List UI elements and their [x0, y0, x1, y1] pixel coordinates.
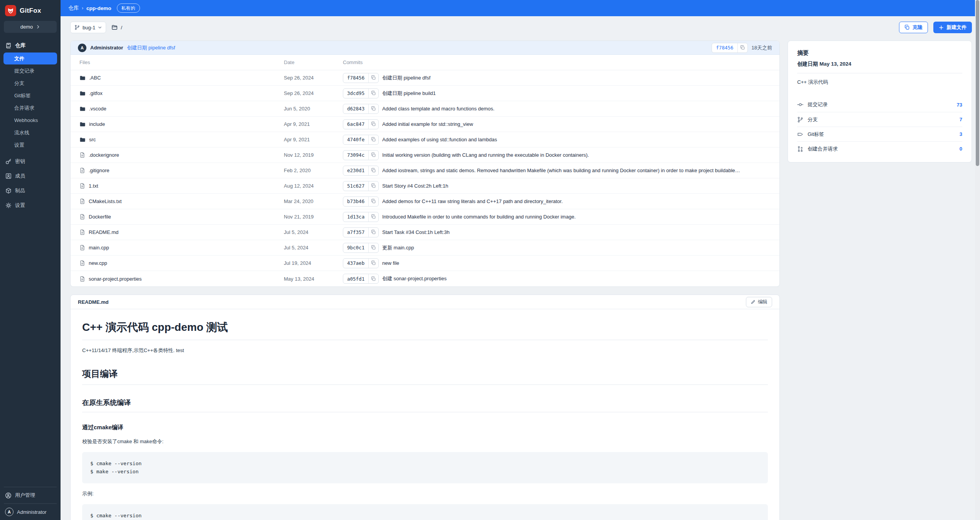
stat-value[interactable]: 0	[960, 146, 962, 152]
copy-hash-icon[interactable]	[368, 212, 378, 222]
gitfox-logo[interactable]: GitFox	[0, 0, 61, 16]
sidebar-subitem-3[interactable]: Git标签	[3, 90, 57, 102]
commit-message: Introduced Makefile in order to unite co…	[382, 214, 773, 220]
commit-hash-pill[interactable]: a7f357	[343, 227, 379, 237]
summary-stat-commit[interactable]: 提交记录 73	[797, 97, 962, 112]
pencil-icon	[751, 300, 756, 305]
commit-hash: 9bc0c1	[343, 245, 368, 251]
package-icon	[5, 188, 12, 194]
sidebar-subitem-files[interactable]: 文件	[3, 53, 57, 64]
readme-h3: 在原生系统编译	[82, 398, 768, 412]
copy-hash-icon[interactable]	[368, 228, 378, 237]
path-root[interactable]: /	[111, 24, 122, 30]
sidebar-item-user-management[interactable]: 用户管理	[0, 487, 61, 503]
breadcrumb-separator: ›	[82, 5, 83, 11]
file-row[interactable]: .dockerignore Nov 12, 2019 73094c Initia…	[71, 147, 779, 163]
commit-hash-pill[interactable]: 1d13ca	[343, 212, 379, 222]
copy-hash-icon[interactable]	[368, 120, 378, 129]
summary-stats: 提交记录 73 分支 7 Git标签 3 创建合并请求 0	[797, 97, 962, 156]
sidebar-item-key[interactable]: 密钥	[0, 154, 61, 169]
commit-hash-pill[interactable]: 437aeb	[343, 258, 379, 268]
commit-hash-pill[interactable]: d62843	[343, 104, 379, 114]
sidebar-subitem-2[interactable]: 分支	[3, 77, 57, 89]
edit-readme-button[interactable]: 编辑	[746, 297, 772, 307]
commit-icon	[797, 102, 803, 108]
commit-hash-pill[interactable]: 4740fe	[343, 135, 379, 145]
copy-hash-icon[interactable]	[368, 151, 378, 160]
sidebar-item-label: 制品	[15, 187, 25, 194]
commit-hash-pill[interactable]: 3dcd95	[343, 88, 379, 98]
copy-hash-icon[interactable]	[368, 89, 378, 98]
sidebar-item-members[interactable]: 成员	[0, 169, 61, 183]
current-user[interactable]: A Administrator	[0, 504, 61, 520]
commit-hash-pill[interactable]: 9bc0c1	[343, 243, 379, 253]
file-row[interactable]: include Apr 9, 2021 6ac847 Added initial…	[71, 117, 779, 132]
file-row[interactable]: main.cpp Jul 5, 2024 9bc0c1 更新 main.cpp	[71, 240, 779, 256]
summary-stat-branch[interactable]: 分支 7	[797, 112, 962, 127]
commit-hash-pill[interactable]: 6ac847	[343, 119, 379, 129]
commit-hash-pill[interactable]: a05fd1	[343, 274, 379, 284]
file-row[interactable]: .ABC Sep 26, 2024 f78456 创建日期 pipeline d…	[71, 70, 779, 86]
file-row[interactable]: sonar-project.properties May 13, 2024 a0…	[71, 271, 779, 286]
copy-hash-icon[interactable]	[368, 135, 378, 144]
commit-hash-pill[interactable]: f78456	[343, 73, 379, 83]
commit-hash-pill[interactable]: 51c627	[343, 181, 379, 191]
file-row[interactable]: .gitignore Feb 2, 2020 e230d1 Added iost…	[71, 163, 779, 178]
sidebar-subitem-4[interactable]: 合并请求	[3, 102, 57, 114]
sidebar-item-gear[interactable]: 设置	[0, 198, 61, 213]
commit-hash-pill[interactable]: e230d1	[343, 166, 379, 176]
sidebar-subitem-7[interactable]: 设置	[3, 139, 57, 151]
file-row[interactable]: .vscode Jun 5, 2020 d62843 Added class t…	[71, 101, 779, 117]
commit-hash: 73094c	[343, 152, 368, 158]
folder-icon	[79, 121, 86, 127]
sidebar-item-package[interactable]: 制品	[0, 183, 61, 198]
copy-hash-icon[interactable]	[368, 166, 378, 175]
sidebar-subitem-1[interactable]: 提交记录	[3, 65, 57, 77]
page-scrollbar	[975, 0, 980, 520]
clone-button[interactable]: 克隆	[899, 22, 928, 33]
copy-hash-icon[interactable]	[368, 259, 378, 268]
workspace-selector[interactable]: demo	[4, 21, 57, 33]
gear-icon	[5, 202, 12, 208]
copy-hash-icon[interactable]	[368, 104, 378, 113]
copy-hash-icon[interactable]	[368, 73, 378, 83]
copy-hash-icon[interactable]	[368, 243, 378, 252]
file-row[interactable]: .gitfox Sep 26, 2024 3dcd95 创建日期 pipelin…	[71, 86, 779, 101]
sidebar-subitem-5[interactable]: Webhooks	[3, 114, 57, 126]
commit-message: Added iostream, strings and static demos…	[382, 168, 773, 173]
copy-hash-icon[interactable]	[368, 181, 378, 191]
latest-commit-message-link[interactable]: 创建日期 pipeline dfsf	[127, 44, 175, 51]
sidebar-subitem-6[interactable]: 流水线	[3, 127, 57, 139]
commit-hash-pill[interactable]: 73094c	[343, 150, 379, 160]
copy-hash-icon[interactable]	[368, 197, 378, 206]
file-row[interactable]: CMakeLists.txt Mar 24, 2020 b73b46 Added…	[71, 194, 779, 209]
file-row[interactable]: README.md Jul 5, 2024 a7f357 Start Task …	[71, 225, 779, 240]
summary-stat-merge[interactable]: 创建合并请求 0	[797, 141, 962, 156]
summary-panel: 摘要 创建日期 May 13, 2024 C++ 演示代码 提交记录 73 分支…	[788, 41, 972, 163]
latest-commit-hash-pill[interactable]: f78456	[712, 43, 747, 53]
commit-message: Start Story #4 Cost:2h Left:1h	[382, 183, 773, 189]
breadcrumb-repos-link[interactable]: 仓库	[68, 5, 79, 12]
file-row[interactable]: src Apr 9, 2021 4740fe Added examples of…	[71, 132, 779, 147]
file-row[interactable]: 1.txt Aug 12, 2024 51c627 Start Story #4…	[71, 178, 779, 194]
new-file-button[interactable]: 新建文件	[933, 22, 972, 33]
scrollbar-thumb[interactable]	[976, 0, 979, 166]
stat-value[interactable]: 73	[957, 102, 962, 108]
commit-hash-pill[interactable]: b73b46	[343, 196, 379, 207]
stat-value[interactable]: 7	[960, 117, 962, 122]
file-name: 1.txt	[89, 183, 98, 189]
breadcrumb-repo-name[interactable]: cpp-demo	[86, 5, 111, 11]
sidebar-item-repository[interactable]: 仓库	[0, 39, 61, 52]
file-row[interactable]: new.cpp Jul 19, 2024 437aeb new file	[71, 256, 779, 271]
file-row[interactable]: Dockerfile Nov 21, 2019 1d13ca Introduce…	[71, 209, 779, 225]
file-name: .vscode	[89, 106, 106, 112]
copy-hash-icon[interactable]	[368, 274, 378, 283]
sidebar-nav: 仓库 文件提交记录分支Git标签合并请求Webhooks流水线设置 密钥 成员 …	[0, 39, 61, 213]
branch-selector[interactable]: bug-1	[70, 22, 106, 33]
file-table-header: Files Date Commits	[71, 55, 779, 70]
stat-value[interactable]: 3	[960, 131, 962, 137]
summary-stat-tag[interactable]: Git标签 3	[797, 127, 962, 141]
file-name: .ABC	[89, 75, 101, 81]
commit-hash: 4740fe	[343, 137, 368, 142]
copy-hash-icon[interactable]	[737, 43, 747, 53]
